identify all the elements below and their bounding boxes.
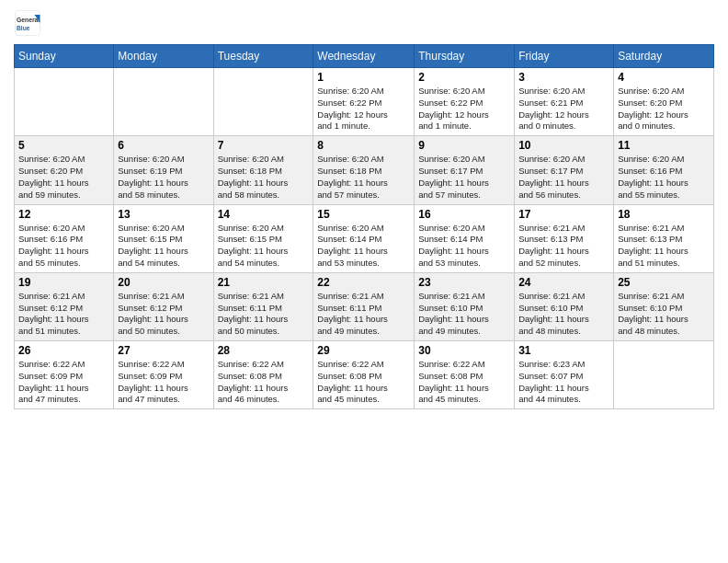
day-number: 11	[618, 139, 710, 152]
calendar-cell: 20Sunrise: 6:21 AMSunset: 6:12 PMDayligh…	[114, 272, 213, 340]
day-number: 22	[317, 276, 410, 289]
calendar-cell: 28Sunrise: 6:22 AMSunset: 6:08 PMDayligh…	[213, 341, 313, 409]
day-info: Sunrise: 6:20 AMSunset: 6:14 PMDaylight:…	[317, 223, 410, 270]
calendar-cell: 18Sunrise: 6:21 AMSunset: 6:13 PMDayligh…	[614, 204, 714, 272]
day-number: 31	[518, 344, 609, 357]
day-number: 28	[218, 344, 310, 357]
calendar-cell	[213, 68, 313, 136]
day-info: Sunrise: 6:20 AMSunset: 6:22 PMDaylight:…	[317, 86, 410, 132]
logo: General Blue	[14, 9, 43, 37]
day-info: Sunrise: 6:22 AMSunset: 6:08 PMDaylight:…	[218, 359, 310, 406]
calendar-header: SundayMondayTuesdayWednesdayThursdayFrid…	[15, 45, 714, 68]
logo-icon: General Blue	[14, 9, 41, 37]
day-number: 8	[317, 139, 410, 152]
day-info: Sunrise: 6:21 AMSunset: 6:12 PMDaylight:…	[118, 291, 209, 338]
calendar-table: SundayMondayTuesdayWednesdayThursdayFrid…	[14, 44, 714, 409]
day-number: 16	[418, 208, 510, 221]
calendar-cell: 31Sunrise: 6:23 AMSunset: 6:07 PMDayligh…	[515, 341, 614, 409]
calendar-cell: 27Sunrise: 6:22 AMSunset: 6:09 PMDayligh…	[114, 341, 213, 409]
day-info: Sunrise: 6:20 AMSunset: 6:14 PMDaylight:…	[418, 223, 510, 270]
day-info: Sunrise: 6:21 AMSunset: 6:11 PMDaylight:…	[218, 291, 310, 338]
calendar-cell: 5Sunrise: 6:20 AMSunset: 6:20 PMDaylight…	[15, 136, 114, 204]
day-info: Sunrise: 6:20 AMSunset: 6:16 PMDaylight:…	[618, 154, 710, 201]
day-info: Sunrise: 6:20 AMSunset: 6:17 PMDaylight:…	[418, 154, 510, 201]
calendar-week-2: 5Sunrise: 6:20 AMSunset: 6:20 PMDaylight…	[15, 136, 714, 204]
calendar-cell: 4Sunrise: 6:20 AMSunset: 6:20 PMDaylight…	[614, 68, 714, 136]
day-number: 5	[18, 139, 109, 152]
day-info: Sunrise: 6:22 AMSunset: 6:08 PMDaylight:…	[317, 359, 410, 406]
calendar-week-3: 12Sunrise: 6:20 AMSunset: 6:16 PMDayligh…	[15, 204, 714, 272]
day-number: 24	[518, 276, 609, 289]
day-info: Sunrise: 6:21 AMSunset: 6:12 PMDaylight:…	[18, 291, 109, 338]
calendar-cell: 15Sunrise: 6:20 AMSunset: 6:14 PMDayligh…	[313, 204, 415, 272]
day-number: 25	[618, 276, 710, 289]
weekday-row: SundayMondayTuesdayWednesdayThursdayFrid…	[15, 45, 714, 68]
day-number: 13	[118, 208, 209, 221]
calendar-cell: 13Sunrise: 6:20 AMSunset: 6:15 PMDayligh…	[114, 204, 213, 272]
day-number: 14	[218, 208, 310, 221]
day-number: 1	[317, 71, 410, 84]
calendar-week-5: 26Sunrise: 6:22 AMSunset: 6:09 PMDayligh…	[15, 341, 714, 409]
calendar-cell: 21Sunrise: 6:21 AMSunset: 6:11 PMDayligh…	[213, 272, 313, 340]
day-info: Sunrise: 6:20 AMSunset: 6:20 PMDaylight:…	[18, 154, 109, 201]
day-info: Sunrise: 6:22 AMSunset: 6:09 PMDaylight:…	[18, 359, 109, 406]
svg-text:Blue: Blue	[17, 25, 30, 31]
calendar-cell: 7Sunrise: 6:20 AMSunset: 6:18 PMDaylight…	[213, 136, 313, 204]
day-number: 18	[618, 208, 710, 221]
day-number: 4	[618, 71, 710, 84]
calendar-cell: 3Sunrise: 6:20 AMSunset: 6:21 PMDaylight…	[515, 68, 614, 136]
calendar-cell: 19Sunrise: 6:21 AMSunset: 6:12 PMDayligh…	[15, 272, 114, 340]
day-number: 21	[218, 276, 310, 289]
day-info: Sunrise: 6:21 AMSunset: 6:10 PMDaylight:…	[418, 291, 510, 338]
day-number: 27	[118, 344, 209, 357]
calendar-cell: 11Sunrise: 6:20 AMSunset: 6:16 PMDayligh…	[614, 136, 714, 204]
day-number: 26	[18, 344, 109, 357]
calendar-cell: 23Sunrise: 6:21 AMSunset: 6:10 PMDayligh…	[415, 272, 515, 340]
header: General Blue	[14, 9, 714, 37]
calendar-cell: 24Sunrise: 6:21 AMSunset: 6:10 PMDayligh…	[515, 272, 614, 340]
day-number: 20	[118, 276, 209, 289]
day-info: Sunrise: 6:20 AMSunset: 6:19 PMDaylight:…	[118, 154, 209, 201]
day-info: Sunrise: 6:20 AMSunset: 6:16 PMDaylight:…	[18, 223, 109, 270]
day-info: Sunrise: 6:20 AMSunset: 6:18 PMDaylight:…	[317, 154, 410, 201]
day-info: Sunrise: 6:20 AMSunset: 6:17 PMDaylight:…	[518, 154, 609, 201]
weekday-header-wednesday: Wednesday	[313, 45, 415, 68]
calendar-cell: 9Sunrise: 6:20 AMSunset: 6:17 PMDaylight…	[415, 136, 515, 204]
calendar-cell	[15, 68, 114, 136]
calendar-cell: 12Sunrise: 6:20 AMSunset: 6:16 PMDayligh…	[15, 204, 114, 272]
calendar-cell	[114, 68, 213, 136]
calendar-cell: 1Sunrise: 6:20 AMSunset: 6:22 PMDaylight…	[313, 68, 415, 136]
weekday-header-saturday: Saturday	[614, 45, 714, 68]
calendar-cell: 29Sunrise: 6:22 AMSunset: 6:08 PMDayligh…	[313, 341, 415, 409]
day-info: Sunrise: 6:21 AMSunset: 6:10 PMDaylight:…	[518, 291, 609, 338]
day-number: 15	[317, 208, 410, 221]
day-info: Sunrise: 6:20 AMSunset: 6:20 PMDaylight:…	[618, 86, 710, 132]
day-number: 7	[218, 139, 310, 152]
calendar-cell: 30Sunrise: 6:22 AMSunset: 6:08 PMDayligh…	[415, 341, 515, 409]
day-info: Sunrise: 6:21 AMSunset: 6:13 PMDaylight:…	[618, 223, 710, 270]
weekday-header-friday: Friday	[515, 45, 614, 68]
day-info: Sunrise: 6:21 AMSunset: 6:10 PMDaylight:…	[618, 291, 710, 338]
day-info: Sunrise: 6:22 AMSunset: 6:08 PMDaylight:…	[418, 359, 510, 406]
calendar-body: 1Sunrise: 6:20 AMSunset: 6:22 PMDaylight…	[15, 68, 714, 409]
day-number: 23	[418, 276, 510, 289]
weekday-header-tuesday: Tuesday	[213, 45, 313, 68]
svg-rect-0	[16, 11, 40, 36]
calendar-cell: 26Sunrise: 6:22 AMSunset: 6:09 PMDayligh…	[15, 341, 114, 409]
day-number: 19	[18, 276, 109, 289]
calendar-cell: 16Sunrise: 6:20 AMSunset: 6:14 PMDayligh…	[415, 204, 515, 272]
calendar-cell: 22Sunrise: 6:21 AMSunset: 6:11 PMDayligh…	[313, 272, 415, 340]
day-info: Sunrise: 6:22 AMSunset: 6:09 PMDaylight:…	[118, 359, 209, 406]
calendar-cell: 25Sunrise: 6:21 AMSunset: 6:10 PMDayligh…	[614, 272, 714, 340]
calendar-week-4: 19Sunrise: 6:21 AMSunset: 6:12 PMDayligh…	[15, 272, 714, 340]
day-info: Sunrise: 6:21 AMSunset: 6:13 PMDaylight:…	[518, 223, 609, 270]
day-number: 2	[418, 71, 510, 84]
day-info: Sunrise: 6:23 AMSunset: 6:07 PMDaylight:…	[518, 359, 609, 406]
day-number: 9	[418, 139, 510, 152]
calendar-cell: 8Sunrise: 6:20 AMSunset: 6:18 PMDaylight…	[313, 136, 415, 204]
day-info: Sunrise: 6:20 AMSunset: 6:22 PMDaylight:…	[418, 86, 510, 132]
day-number: 6	[118, 139, 209, 152]
day-info: Sunrise: 6:20 AMSunset: 6:15 PMDaylight:…	[218, 223, 310, 270]
calendar-cell: 6Sunrise: 6:20 AMSunset: 6:19 PMDaylight…	[114, 136, 213, 204]
calendar-cell: 17Sunrise: 6:21 AMSunset: 6:13 PMDayligh…	[515, 204, 614, 272]
